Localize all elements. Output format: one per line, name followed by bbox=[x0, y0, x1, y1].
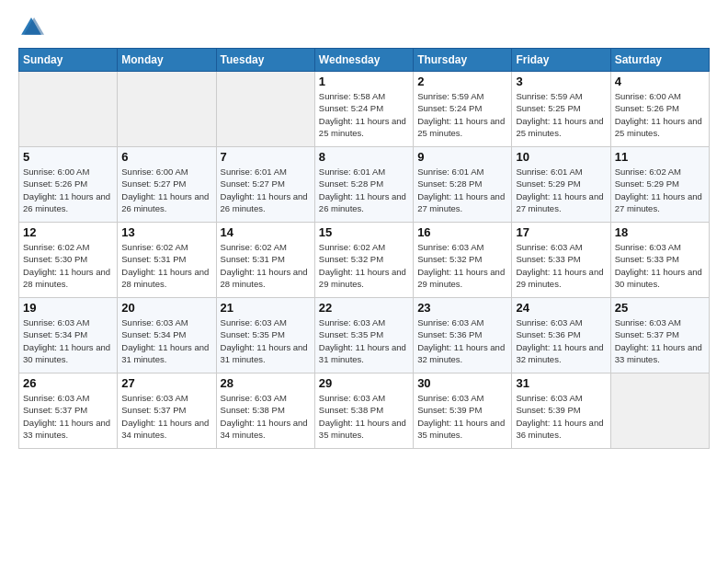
logo-icon bbox=[18, 15, 44, 40]
header bbox=[18, 15, 710, 40]
day-number: 10 bbox=[516, 150, 606, 164]
day-info: Sunrise: 6:03 AM Sunset: 5:35 PM Dayligh… bbox=[221, 316, 311, 365]
weekday-header-row: SundayMondayTuesdayWednesdayThursdayFrid… bbox=[19, 49, 710, 72]
day-number: 28 bbox=[221, 376, 311, 390]
day-number: 13 bbox=[121, 225, 211, 239]
weekday-thursday: Thursday bbox=[414, 49, 512, 72]
calendar-cell bbox=[610, 373, 709, 449]
calendar-cell: 3Sunrise: 5:59 AM Sunset: 5:25 PM Daylig… bbox=[512, 72, 610, 147]
calendar-cell: 21Sunrise: 6:03 AM Sunset: 5:35 PM Dayli… bbox=[216, 298, 314, 373]
calendar-cell: 17Sunrise: 6:03 AM Sunset: 5:33 PM Dayli… bbox=[512, 223, 610, 298]
day-info: Sunrise: 6:01 AM Sunset: 5:28 PM Dayligh… bbox=[417, 166, 507, 214]
day-number: 14 bbox=[221, 225, 311, 239]
day-info: Sunrise: 6:01 AM Sunset: 5:29 PM Dayligh… bbox=[516, 166, 606, 214]
calendar-cell: 4Sunrise: 6:00 AM Sunset: 5:26 PM Daylig… bbox=[610, 72, 709, 147]
day-info: Sunrise: 6:03 AM Sunset: 5:39 PM Dayligh… bbox=[417, 392, 507, 441]
day-number: 31 bbox=[516, 376, 606, 390]
day-number: 3 bbox=[516, 75, 606, 88]
day-info: Sunrise: 6:03 AM Sunset: 5:38 PM Dayligh… bbox=[221, 392, 311, 441]
calendar-cell: 30Sunrise: 6:03 AM Sunset: 5:39 PM Dayli… bbox=[414, 373, 512, 449]
calendar-cell bbox=[19, 72, 118, 147]
day-info: Sunrise: 6:03 AM Sunset: 5:34 PM Dayligh… bbox=[23, 316, 113, 365]
day-info: Sunrise: 6:02 AM Sunset: 5:31 PM Dayligh… bbox=[221, 241, 311, 290]
calendar-cell: 28Sunrise: 6:03 AM Sunset: 5:38 PM Dayli… bbox=[216, 373, 314, 449]
day-number: 18 bbox=[615, 225, 705, 239]
calendar-cell: 29Sunrise: 6:03 AM Sunset: 5:38 PM Dayli… bbox=[314, 373, 413, 449]
weekday-friday: Friday bbox=[512, 49, 610, 72]
calendar-cell bbox=[216, 72, 314, 147]
day-number: 4 bbox=[615, 75, 705, 88]
day-info: Sunrise: 6:03 AM Sunset: 5:37 PM Dayligh… bbox=[615, 316, 705, 365]
calendar-cell: 15Sunrise: 6:02 AM Sunset: 5:32 PM Dayli… bbox=[314, 223, 413, 298]
day-number: 21 bbox=[221, 301, 311, 315]
day-info: Sunrise: 6:03 AM Sunset: 5:32 PM Dayligh… bbox=[417, 241, 507, 290]
calendar-cell: 20Sunrise: 6:03 AM Sunset: 5:34 PM Dayli… bbox=[118, 298, 216, 373]
day-info: Sunrise: 6:00 AM Sunset: 5:26 PM Dayligh… bbox=[23, 166, 113, 214]
day-info: Sunrise: 6:03 AM Sunset: 5:38 PM Dayligh… bbox=[319, 392, 409, 441]
day-number: 23 bbox=[417, 301, 507, 315]
day-info: Sunrise: 6:01 AM Sunset: 5:28 PM Dayligh… bbox=[319, 166, 409, 214]
weekday-monday: Monday bbox=[118, 49, 216, 72]
day-info: Sunrise: 6:02 AM Sunset: 5:32 PM Dayligh… bbox=[319, 241, 409, 290]
day-info: Sunrise: 6:03 AM Sunset: 5:33 PM Dayligh… bbox=[516, 241, 606, 290]
day-number: 8 bbox=[319, 150, 409, 164]
day-number: 2 bbox=[417, 75, 507, 88]
week-row-5: 26Sunrise: 6:03 AM Sunset: 5:37 PM Dayli… bbox=[19, 373, 710, 449]
day-info: Sunrise: 6:00 AM Sunset: 5:27 PM Dayligh… bbox=[121, 166, 211, 214]
day-info: Sunrise: 5:58 AM Sunset: 5:24 PM Dayligh… bbox=[319, 90, 409, 139]
calendar-cell: 8Sunrise: 6:01 AM Sunset: 5:28 PM Daylig… bbox=[314, 147, 413, 223]
week-row-4: 19Sunrise: 6:03 AM Sunset: 5:34 PM Dayli… bbox=[19, 298, 710, 373]
calendar-cell: 6Sunrise: 6:00 AM Sunset: 5:27 PM Daylig… bbox=[118, 147, 216, 223]
calendar-cell: 5Sunrise: 6:00 AM Sunset: 5:26 PM Daylig… bbox=[19, 147, 118, 223]
day-number: 27 bbox=[121, 376, 211, 390]
week-row-2: 5Sunrise: 6:00 AM Sunset: 5:26 PM Daylig… bbox=[19, 147, 710, 223]
day-number: 29 bbox=[319, 376, 409, 390]
calendar-cell: 12Sunrise: 6:02 AM Sunset: 5:30 PM Dayli… bbox=[19, 223, 118, 298]
page: SundayMondayTuesdayWednesdayThursdayFrid… bbox=[0, 0, 728, 563]
calendar-cell: 1Sunrise: 5:58 AM Sunset: 5:24 PM Daylig… bbox=[314, 72, 413, 147]
day-number: 19 bbox=[23, 301, 113, 315]
day-info: Sunrise: 6:02 AM Sunset: 5:31 PM Dayligh… bbox=[121, 241, 211, 290]
calendar-cell: 19Sunrise: 6:03 AM Sunset: 5:34 PM Dayli… bbox=[19, 298, 118, 373]
calendar-cell: 11Sunrise: 6:02 AM Sunset: 5:29 PM Dayli… bbox=[610, 147, 709, 223]
calendar-cell: 7Sunrise: 6:01 AM Sunset: 5:27 PM Daylig… bbox=[216, 147, 314, 223]
weekday-tuesday: Tuesday bbox=[216, 49, 314, 72]
day-info: Sunrise: 6:03 AM Sunset: 5:36 PM Dayligh… bbox=[516, 316, 606, 365]
day-info: Sunrise: 6:03 AM Sunset: 5:36 PM Dayligh… bbox=[417, 316, 507, 365]
day-number: 22 bbox=[319, 301, 409, 315]
calendar-cell: 27Sunrise: 6:03 AM Sunset: 5:37 PM Dayli… bbox=[118, 373, 216, 449]
day-number: 6 bbox=[121, 150, 211, 164]
calendar-cell: 24Sunrise: 6:03 AM Sunset: 5:36 PM Dayli… bbox=[512, 298, 610, 373]
weekday-sunday: Sunday bbox=[19, 49, 118, 72]
calendar-cell: 25Sunrise: 6:03 AM Sunset: 5:37 PM Dayli… bbox=[610, 298, 709, 373]
day-number: 15 bbox=[319, 225, 409, 239]
day-info: Sunrise: 6:03 AM Sunset: 5:33 PM Dayligh… bbox=[615, 241, 705, 290]
day-number: 30 bbox=[417, 376, 507, 390]
day-number: 17 bbox=[516, 225, 606, 239]
day-number: 20 bbox=[121, 301, 211, 315]
calendar-cell: 18Sunrise: 6:03 AM Sunset: 5:33 PM Dayli… bbox=[610, 223, 709, 298]
day-info: Sunrise: 6:01 AM Sunset: 5:27 PM Dayligh… bbox=[221, 166, 311, 214]
day-info: Sunrise: 5:59 AM Sunset: 5:25 PM Dayligh… bbox=[516, 90, 606, 139]
calendar-cell: 23Sunrise: 6:03 AM Sunset: 5:36 PM Dayli… bbox=[414, 298, 512, 373]
day-info: Sunrise: 6:03 AM Sunset: 5:37 PM Dayligh… bbox=[121, 392, 211, 441]
calendar: SundayMondayTuesdayWednesdayThursdayFrid… bbox=[18, 48, 710, 449]
day-number: 11 bbox=[615, 150, 705, 164]
calendar-cell: 2Sunrise: 5:59 AM Sunset: 5:24 PM Daylig… bbox=[414, 72, 512, 147]
logo bbox=[18, 15, 48, 40]
weekday-saturday: Saturday bbox=[610, 49, 709, 72]
calendar-cell: 10Sunrise: 6:01 AM Sunset: 5:29 PM Dayli… bbox=[512, 147, 610, 223]
day-info: Sunrise: 6:03 AM Sunset: 5:34 PM Dayligh… bbox=[121, 316, 211, 365]
week-row-1: 1Sunrise: 5:58 AM Sunset: 5:24 PM Daylig… bbox=[19, 72, 710, 147]
day-info: Sunrise: 6:02 AM Sunset: 5:30 PM Dayligh… bbox=[23, 241, 113, 290]
day-info: Sunrise: 6:00 AM Sunset: 5:26 PM Dayligh… bbox=[615, 90, 705, 139]
week-row-3: 12Sunrise: 6:02 AM Sunset: 5:30 PM Dayli… bbox=[19, 223, 710, 298]
day-info: Sunrise: 6:03 AM Sunset: 5:35 PM Dayligh… bbox=[319, 316, 409, 365]
day-number: 5 bbox=[23, 150, 113, 164]
day-info: Sunrise: 6:03 AM Sunset: 5:39 PM Dayligh… bbox=[516, 392, 606, 441]
day-number: 25 bbox=[615, 301, 705, 315]
day-number: 16 bbox=[417, 225, 507, 239]
calendar-cell: 31Sunrise: 6:03 AM Sunset: 5:39 PM Dayli… bbox=[512, 373, 610, 449]
day-number: 1 bbox=[319, 75, 409, 88]
day-number: 12 bbox=[23, 225, 113, 239]
